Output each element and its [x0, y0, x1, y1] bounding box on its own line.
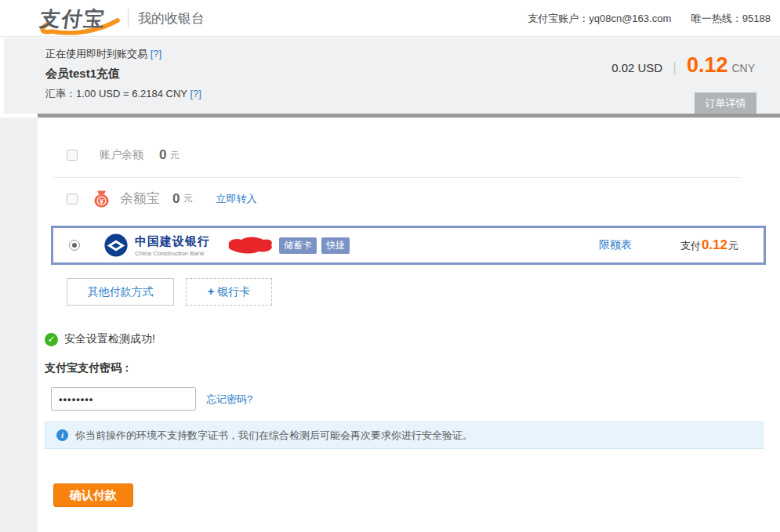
bank-radio[interactable] [69, 240, 80, 251]
yuebao-unit: 元 [183, 192, 192, 205]
plus-icon: + [208, 285, 214, 298]
security-check-line: ✓ 安全设置检测成功! [45, 332, 155, 346]
cny-amount: 0.12 [687, 53, 728, 78]
pay-amount-group: 支付 0.12 元 [680, 237, 738, 253]
rate-value: 1.00 USD = 6.2184 CNY [76, 88, 187, 100]
environment-notice-bar: i 你当前操作的环境不支持数字证书，我们在综合检测后可能会再次要求你进行安全验证… [45, 422, 764, 449]
rate-label: 汇率： [45, 88, 76, 100]
exchange-rate-line: 汇率：1.00 USD = 6.2184 CNY [?] [45, 87, 201, 101]
page-title: 我的收银台 [138, 0, 205, 37]
bank-card-row-selected[interactable]: 中国建设银行 China Construction Bank 储蓄卡 快捷 限额… [51, 226, 766, 265]
balance-row: 账户余额 0 元 [67, 147, 179, 163]
pay-unit: 元 [728, 239, 738, 253]
bank-name-block: 中国建设银行 China Construction Bank [135, 234, 210, 257]
success-check-icon: ✓ [45, 333, 58, 346]
hotline-label: 唯一热线： [691, 13, 742, 24]
hotline-number: 95188 [742, 13, 771, 24]
row-divider [53, 177, 741, 178]
add-card-label: 银行卡 [217, 285, 250, 298]
bank-logo: 中国建设银行 China Construction Bank [103, 233, 210, 258]
forgot-password-link[interactable]: 忘记密码? [206, 393, 252, 407]
transaction-type-line: 正在使用即时到账交易 [?] [45, 47, 161, 61]
balance-checkbox[interactable] [67, 150, 78, 161]
transaction-help-link[interactable]: [?] [151, 48, 161, 60]
transfer-in-link[interactable]: 立即转入 [216, 192, 256, 206]
order-title: 会员test1充值 [45, 67, 120, 81]
balance-amount: 0 [159, 147, 166, 163]
account-group: 支付宝账户：yq08cn@163.com [528, 13, 671, 24]
balance-label: 账户余额 [100, 148, 143, 162]
alipay-cashier-page: 支付宝 我的收银台 支付宝账户：yq08cn@163.com 唯一热线：9518… [0, 0, 780, 532]
header-divider [128, 9, 129, 28]
add-bank-card-button[interactable]: +银行卡 [186, 278, 272, 306]
pay-amount: 0.12 [702, 237, 727, 253]
svg-text:¥: ¥ [100, 197, 103, 205]
ccb-logo-icon [103, 233, 129, 258]
info-icon: i [56, 429, 68, 441]
yuebao-row: ¥ 余额宝 0 元 立即转入 [67, 190, 256, 208]
other-payment-methods-button[interactable]: 其他付款方式 [67, 278, 174, 306]
order-details-tab[interactable]: 订单详情 [695, 92, 756, 114]
account-label: 支付宝账户： [528, 13, 589, 24]
yuebao-checkbox[interactable] [67, 194, 78, 204]
section-separator [38, 114, 780, 118]
bank-name-en: China Construction Bank [135, 250, 210, 257]
money-bag-icon: ¥ [93, 190, 110, 208]
price-divider: | [673, 60, 677, 76]
pay-prefix: 支付 [680, 239, 701, 253]
balance-unit: 元 [169, 149, 179, 162]
bank-name: 中国建设银行 [135, 234, 210, 249]
alipay-logo: 支付宝 [36, 3, 124, 34]
redacted-card-number-scribble [226, 235, 274, 255]
left-gutter [0, 118, 38, 532]
transaction-type-text: 正在使用即时到账交易 [45, 48, 147, 60]
payment-password-label: 支付宝支付密码： [45, 361, 132, 375]
price-block: 0.02 USD | 0.12 CNY [611, 53, 755, 78]
notice-text: 你当前操作的环境不支持数字证书，我们在综合检测后可能会再次要求你进行安全验证。 [75, 429, 473, 443]
logo-text: 支付宝 [38, 5, 108, 33]
rate-help-link[interactable]: [?] [190, 88, 201, 100]
confirm-payment-button[interactable]: 确认付款 [53, 483, 133, 507]
usd-amount: 0.02 USD [611, 61, 662, 74]
account-info: 支付宝账户：yq08cn@163.com 唯一热线：95188 [510, 0, 771, 37]
account-email: yq08cn@163.com [589, 13, 671, 24]
hotline-group: 唯一热线：95188 [691, 13, 771, 24]
yuebao-amount: 0 [172, 191, 180, 207]
payment-password-input[interactable] [51, 387, 196, 411]
security-success-message: 安全设置检测成功! [64, 332, 155, 346]
quick-pay-badge: 快捷 [321, 237, 350, 254]
order-summary-band: 正在使用即时到账交易 [?] 会员test1充值 汇率：1.00 USD = 6… [4, 38, 780, 114]
debit-card-badge: 储蓄卡 [279, 237, 317, 254]
limit-table-link[interactable]: 限额表 [599, 238, 632, 252]
yuebao-label: 余额宝 [120, 190, 160, 208]
cny-unit: CNY [731, 62, 755, 74]
top-header: 支付宝 我的收银台 支付宝账户：yq08cn@163.com 唯一热线：9518… [0, 0, 780, 37]
